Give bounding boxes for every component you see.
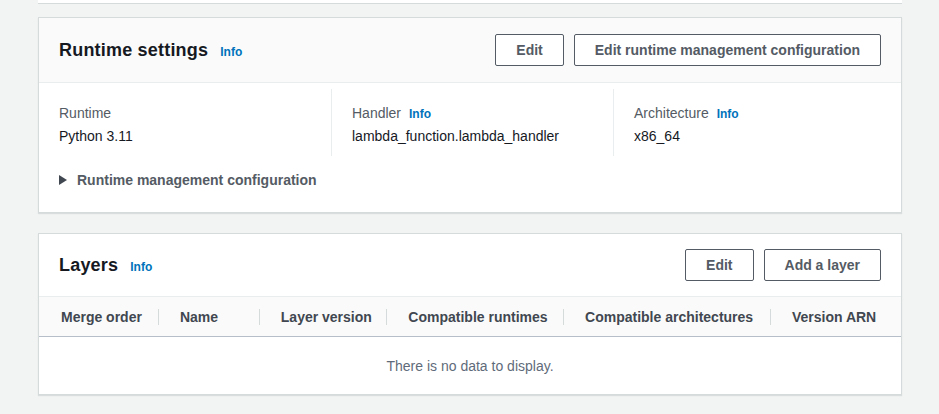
layers-title-wrap: Layers Info <box>59 255 152 276</box>
column-header-name: Name <box>158 309 259 325</box>
handler-field-value: lambda_function.lambda_handler <box>352 128 593 144</box>
previous-card-bottom-edge <box>38 0 902 4</box>
runtime-field: Runtime Python 3.11 <box>39 89 331 156</box>
layers-actions: Edit Add a layer <box>685 249 881 281</box>
column-header-compatible-runtimes: Compatible runtimes <box>386 309 563 325</box>
architecture-field: Architecture Info x86_64 <box>613 89 901 156</box>
layers-table-empty-message: There is no data to display. <box>39 337 901 394</box>
architecture-info-link[interactable]: Info <box>717 107 739 121</box>
runtime-management-configuration-expander-label: Runtime management configuration <box>77 172 317 188</box>
handler-field: Handler Info lambda_function.lambda_hand… <box>331 89 613 156</box>
runtime-settings-card: Runtime settings Info Edit Edit runtime … <box>38 17 902 213</box>
handler-info-link[interactable]: Info <box>409 107 431 121</box>
runtime-field-value: Python 3.11 <box>59 128 311 144</box>
runtime-settings-info-link[interactable]: Info <box>220 45 242 59</box>
layers-header: Layers Info Edit Add a layer <box>39 234 901 296</box>
runtime-field-label-wrap: Runtime <box>59 105 311 121</box>
runtime-settings-fields: Runtime Python 3.11 Handler Info lambda_… <box>39 83 901 162</box>
layers-info-link[interactable]: Info <box>130 260 152 274</box>
column-header-version-arn: Version ARN <box>770 309 901 325</box>
column-header-layer-version: Layer version <box>259 309 387 325</box>
architecture-field-value: x86_64 <box>634 128 881 144</box>
runtime-management-configuration-expander[interactable]: Runtime management configuration <box>39 162 337 188</box>
edit-runtime-management-configuration-button[interactable]: Edit runtime management configuration <box>574 34 881 66</box>
runtime-settings-title: Runtime settings <box>59 40 208 61</box>
add-layer-button[interactable]: Add a layer <box>764 249 881 281</box>
edit-layers-button[interactable]: Edit <box>685 249 753 281</box>
handler-field-label-wrap: Handler Info <box>352 105 593 121</box>
column-header-merge-order: Merge order <box>39 309 158 325</box>
caret-right-icon <box>59 175 67 185</box>
layers-title: Layers <box>59 255 118 276</box>
layers-table-header: Merge order Name Layer version Compatibl… <box>39 296 901 337</box>
handler-field-label: Handler <box>352 105 401 121</box>
architecture-field-label-wrap: Architecture Info <box>634 105 881 121</box>
architecture-field-label: Architecture <box>634 105 709 121</box>
edit-runtime-settings-button[interactable]: Edit <box>495 34 563 66</box>
runtime-settings-actions: Edit Edit runtime management configurati… <box>495 34 881 66</box>
column-header-compatible-architectures: Compatible architectures <box>563 309 770 325</box>
runtime-field-label: Runtime <box>59 105 111 121</box>
runtime-settings-title-wrap: Runtime settings Info <box>59 40 242 61</box>
runtime-settings-header: Runtime settings Info Edit Edit runtime … <box>39 18 901 83</box>
layers-card: Layers Info Edit Add a layer Merge order… <box>38 233 902 395</box>
